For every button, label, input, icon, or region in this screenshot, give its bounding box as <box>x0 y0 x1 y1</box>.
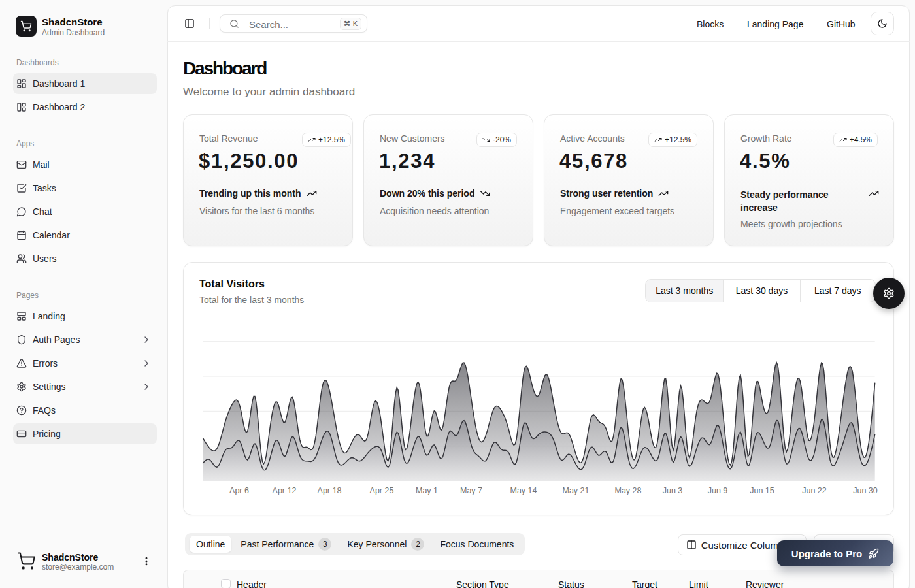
svg-text:Apr 25: Apr 25 <box>370 486 394 495</box>
svg-text:May 21: May 21 <box>563 486 590 495</box>
svg-text:Jun 3: Jun 3 <box>663 486 683 495</box>
svg-text:Jun 22: Jun 22 <box>802 486 827 495</box>
svg-text:Apr 12: Apr 12 <box>273 486 297 495</box>
svg-text:May 7: May 7 <box>460 486 482 495</box>
svg-text:Jun 15: Jun 15 <box>750 486 774 495</box>
svg-text:May 1: May 1 <box>416 486 438 495</box>
svg-text:Jun 9: Jun 9 <box>708 486 728 495</box>
svg-text:May 28: May 28 <box>615 486 642 495</box>
svg-text:May 14: May 14 <box>510 486 537 495</box>
svg-text:Apr 6: Apr 6 <box>229 486 249 495</box>
svg-text:Jun 30: Jun 30 <box>853 486 878 495</box>
svg-text:Apr 18: Apr 18 <box>318 486 342 495</box>
